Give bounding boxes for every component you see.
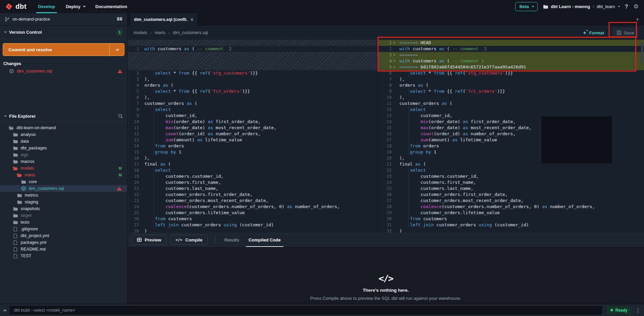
code-line[interactable]: 2 with customers as ( -- comment 2: [377, 46, 644, 52]
code-line[interactable]: 27 customer_orders.most_recent_order_dat…: [377, 198, 644, 204]
tree-item-macros[interactable]: macros: [0, 158, 127, 165]
code-line[interactable]: 17final as (: [128, 161, 377, 167]
tree-item-logs[interactable]: logs: [0, 151, 127, 158]
tree-item-tests[interactable]: tests: [0, 219, 127, 226]
kebab-menu-icon[interactable]: ⋮: [635, 307, 641, 313]
compile-button[interactable]: </> Compile: [170, 235, 208, 245]
tree-item-target[interactable]: target: [0, 212, 127, 219]
tree-item-dbt-learn-on-demand[interactable]: dbt-learn-on-demand: [0, 124, 127, 131]
tree-item-dbt-project-yml[interactable]: dbt_project.yml: [0, 232, 127, 239]
code-line[interactable]: 11 customer_orders as (: [377, 100, 644, 107]
code-line[interactable]: 23 customers.customer_id,: [377, 173, 644, 179]
code-line[interactable]: 14 from orders: [128, 143, 377, 149]
code-line[interactable]: 31 left join customer_orders using (cust…: [377, 222, 644, 228]
code-line[interactable]: 9 customer_id,: [128, 113, 377, 119]
code-line[interactable]: 7customer_orders as (: [128, 100, 377, 107]
tree-item-models[interactable]: modelsM: [0, 165, 127, 172]
tab-dim-customers[interactable]: dim_customers.sql (confli... ×: [130, 13, 197, 26]
version-control-header[interactable]: Version Control 1: [0, 26, 127, 39]
new-tab-plus-icon[interactable]: +: [636, 17, 639, 23]
code-line[interactable]: 6 select * from {{ ref('stg_customers')}…: [377, 70, 644, 76]
save-button[interactable]: Save: [612, 28, 639, 38]
changed-file-row[interactable]: dim_customers.sql: [0, 67, 127, 75]
code-line[interactable]: 25 customers.last_name,: [377, 185, 644, 192]
code-line[interactable]: 15 group by 1: [128, 149, 377, 155]
tree-item-staging[interactable]: staging: [0, 199, 127, 205]
tree-item-data[interactable]: data: [0, 138, 127, 145]
close-icon[interactable]: ×: [191, 17, 193, 22]
code-line[interactable]: 21 customers.last_name,: [128, 185, 377, 192]
code-line[interactable]: 22 customer_orders.first_order_date,: [128, 192, 377, 198]
panel-tab-results[interactable]: Results: [220, 233, 244, 247]
code-line[interactable]: 28 coalesce(customer_orders.number_of_or…: [377, 204, 644, 210]
code-line[interactable]: 24 coalesce(customer_orders.number_of_or…: [128, 204, 377, 210]
code-line[interactable]: 8 orders as (: [377, 82, 644, 88]
code-line[interactable]: 13 sum(amount) as lifetime_value: [128, 137, 377, 143]
code-line[interactable]: 9 select * from {{ ref('fct_orders')}}: [377, 88, 644, 94]
nav-item-deploy[interactable]: Deploy: [60, 0, 90, 13]
search-icon[interactable]: [118, 114, 123, 119]
scrollbar-thumb[interactable]: [641, 42, 643, 64]
code-line[interactable]: 19 customers.customer_id,: [128, 173, 377, 179]
tree-item-dim-customers-sql[interactable]: dim_customers.sql: [0, 185, 127, 192]
code-line[interactable]: 27 left join customer_orders using (cust…: [128, 222, 377, 228]
code-line[interactable]: 32 ): [377, 228, 644, 233]
code-line[interactable]: 4+with customers as ( -- comment 1: [377, 58, 644, 64]
code-line[interactable]: 18 select: [128, 167, 377, 173]
code-line[interactable]: 11 max(order_date) as most_recent_order_…: [128, 125, 377, 131]
code-line[interactable]: 12 count(order_id) as number_of_orders,: [128, 131, 377, 137]
beta-dropdown[interactable]: Beta: [515, 2, 538, 11]
tree-item-packages-yml[interactable]: packages.yml: [0, 239, 127, 246]
code-line[interactable]: 7 ),: [377, 76, 644, 82]
git-branch-row[interactable]: on-demand-practice: [0, 13, 127, 26]
code-line[interactable]: 4orders as (: [128, 82, 377, 88]
code-line[interactable]: 26 customer_orders.first_order_date,: [377, 192, 644, 198]
code-line[interactable]: 3),: [128, 76, 377, 82]
chevron-up-icon[interactable]: [4, 307, 6, 313]
tree-item-marts[interactable]: martsM: [0, 172, 127, 178]
code-line[interactable]: 8 select: [128, 107, 377, 113]
code-line[interactable]: 20 customers.first_name,: [128, 179, 377, 185]
nav-item-documentation[interactable]: Documentation: [90, 0, 133, 13]
code-line[interactable]: 1with customers as ( -- comment 2: [128, 46, 377, 52]
code-line[interactable]: 23 customer_orders.most_recent_order_dat…: [128, 198, 377, 204]
docs-book-icon[interactable]: [117, 17, 122, 22]
code-line[interactable]: 10 ),: [377, 94, 644, 100]
code-line[interactable]: 5 select * from {{ ref('fct_orders')}}: [128, 88, 377, 94]
code-line[interactable]: 2 select * from {{ ref('stg_customers')}…: [128, 70, 377, 76]
gear-icon[interactable]: ⚙: [634, 4, 639, 9]
code-line[interactable]: 10 min(order_date) as first_order_date,: [128, 119, 377, 125]
project-selector[interactable]: dbt Learn - mwong / dbt_learn: [543, 4, 619, 9]
code-line[interactable]: 5+>>>>>>> b81f802a66fd544504c65721e3ffaa…: [377, 64, 644, 70]
code-line[interactable]: 1+<<<<<<< HEAD: [377, 40, 644, 46]
command-input[interactable]: [10, 306, 602, 315]
tree-item-analysis[interactable]: analysis: [0, 131, 127, 138]
code-line[interactable]: 30 from customers: [377, 216, 644, 222]
commit-options-split[interactable]: [109, 44, 124, 56]
panel-tab-compiled-code[interactable]: Compiled Code: [244, 233, 285, 247]
tree-item-test[interactable]: TEST: [0, 253, 127, 259]
status-badge[interactable]: Ready: [607, 306, 631, 314]
code-line[interactable]: 16),: [128, 155, 377, 161]
code-line[interactable]: 28): [128, 228, 377, 233]
code-line[interactable]: 26 from customers: [128, 216, 377, 222]
tree-item-snapshots[interactable]: snapshots: [0, 205, 127, 212]
tree-item-dbt-packages[interactable]: dbt_packages: [0, 145, 127, 151]
help-icon[interactable]: ?: [625, 4, 628, 10]
code-line[interactable]: 29 customer_orders.lifetime_value: [377, 210, 644, 216]
code-line[interactable]: 24 customers.first_name,: [377, 179, 644, 185]
tree-item-core[interactable]: core: [0, 178, 127, 185]
nav-item-develop[interactable]: Develop: [33, 0, 61, 13]
tree-item-metrics[interactable]: metrics: [0, 192, 127, 199]
commit-and-resolve-button[interactable]: Commit and resolve: [3, 43, 124, 56]
code-line[interactable]: 3+=======: [377, 52, 644, 58]
diff-pane-current[interactable]: 1with customers as ( -- comment 22 selec…: [128, 40, 377, 233]
preview-button[interactable]: Preview: [132, 235, 167, 245]
tree-item-readme-md[interactable]: README.md: [0, 246, 127, 253]
code-line[interactable]: 12 select: [377, 107, 644, 113]
code-line[interactable]: 22 select: [377, 167, 644, 173]
dbt-logo[interactable]: dbt: [0, 0, 33, 13]
file-explorer-header[interactable]: File Explorer: [0, 111, 127, 122]
tree-item--gitignore[interactable]: .gitignore: [0, 226, 127, 232]
format-button[interactable]: ✦ Format: [581, 30, 606, 36]
